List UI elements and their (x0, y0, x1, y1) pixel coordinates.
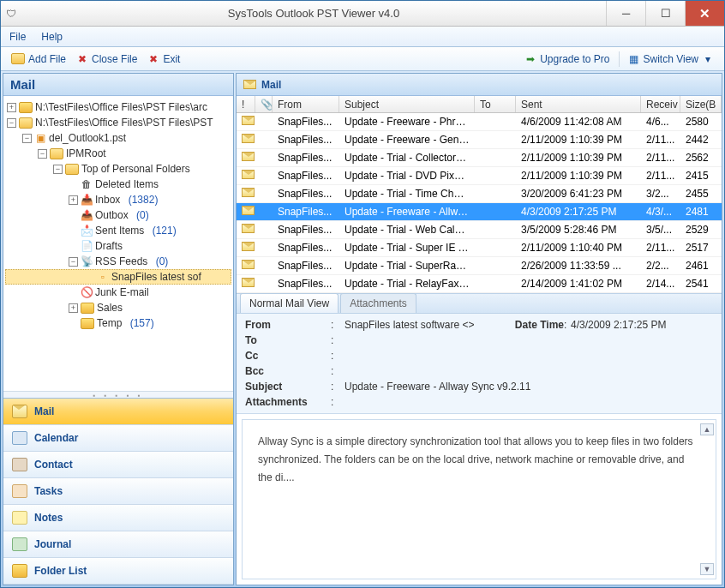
col-subject[interactable]: Subject (339, 96, 475, 112)
nav-contact[interactable]: Contact (3, 452, 233, 478)
scroll-up-icon[interactable]: ▲ (700, 423, 714, 435)
tree-item[interactable]: N:\TestFiles\Office Files\PST Files\PST (35, 117, 213, 129)
inbox-icon: 📥 (81, 194, 93, 206)
rss-item-icon: ▫ (97, 271, 109, 283)
content-header: Mail (237, 74, 722, 96)
tree-item[interactable]: Temp (97, 317, 122, 329)
tree-item[interactable]: IPMRoot (66, 147, 106, 159)
outbox-icon: 📤 (81, 209, 93, 221)
to-value (345, 334, 487, 346)
to-label: To (245, 334, 331, 346)
close-button[interactable]: ✕ (685, 1, 724, 26)
mail-row[interactable]: SnapFiles...Update - Trial - RelayFax Ne… (237, 275, 722, 293)
tree-item[interactable]: Sent Items (95, 225, 144, 237)
nav-tasks[interactable]: Tasks (3, 478, 233, 505)
mail-icon (242, 278, 255, 287)
col-attach[interactable]: 📎 (255, 96, 273, 112)
mail-row[interactable]: SnapFiles...Update - Trial - Web Calenda… (237, 221, 722, 239)
tree-item[interactable]: del_Outlook1.pst (49, 132, 126, 144)
sent-icon: 📩 (81, 225, 93, 237)
mail-icon (242, 224, 255, 233)
preview-tabs: Normal Mail View Attachments (237, 293, 722, 314)
tree-item[interactable]: N:\TestFiles\Office Files\PST Files\arc (35, 101, 207, 113)
folder-icon (12, 564, 27, 578)
collapse-icon[interactable]: − (22, 134, 32, 143)
exit-button[interactable]: ✖ Exit (142, 51, 185, 67)
col-size[interactable]: Size(B (680, 96, 722, 112)
tab-attachments[interactable]: Attachments (340, 293, 416, 313)
chevron-down-icon: ▾ (702, 53, 714, 65)
col-sent[interactable]: Sent (516, 96, 641, 112)
tree-item[interactable]: Deleted Items (95, 178, 159, 190)
expand-icon[interactable]: + (69, 195, 78, 205)
collapse-icon[interactable]: − (69, 257, 78, 267)
col-received[interactable]: Receiv (641, 96, 680, 112)
expand-icon[interactable]: + (69, 303, 78, 313)
collapse-icon[interactable]: − (7, 118, 16, 128)
folder-open-icon (50, 148, 63, 159)
junk-icon: 🚫 (81, 286, 93, 298)
tree-item[interactable]: Junk E-mail (95, 286, 149, 298)
preview-header: From:SnapFiles latest software <> Date T… (237, 314, 722, 414)
tree-item[interactable]: RSS Feeds (95, 255, 147, 267)
collapse-icon[interactable]: − (38, 149, 47, 159)
mail-row[interactable]: SnapFiles...Update - Freeware - PhraseEx… (237, 113, 722, 131)
tree-item[interactable]: Sales (97, 302, 123, 314)
bcc-label: Bcc (245, 365, 331, 377)
mail-row[interactable]: SnapFiles...Update - Trial - SuperRam v6… (237, 257, 722, 275)
nav-mail[interactable]: Mail (3, 399, 233, 425)
mail-row[interactable]: SnapFiles...Update - Trial - Super IE To… (237, 239, 722, 257)
upgrade-button[interactable]: ➡ Upgrade to Pro (519, 51, 614, 67)
mail-icon (243, 80, 256, 89)
close-file-button[interactable]: ✖ Close File (71, 51, 142, 67)
folder-tree[interactable]: +N:\TestFiles\Office Files\PST Files\arc… (3, 96, 233, 391)
scroll-down-icon[interactable]: ▼ (700, 563, 714, 575)
switch-view-button[interactable]: ▦ Switch View ▾ (623, 51, 719, 67)
tree-item-selected[interactable]: SnapFiles latest sof (111, 271, 201, 283)
deleted-icon: 🗑 (81, 178, 93, 190)
tree-item[interactable]: Top of Personal Folders (81, 163, 190, 175)
mail-row[interactable]: SnapFiles...Update - Trial - DVD PixPlay… (237, 167, 722, 185)
mail-row[interactable]: SnapFiles...Update - Freeware - Gentibus… (237, 131, 722, 149)
tree-item[interactable]: Outbox (95, 209, 129, 221)
attachments-value (345, 396, 487, 408)
contact-icon (12, 458, 27, 471)
nav-buttons: Mail Calendar Contact Tasks Notes Journa… (3, 398, 233, 585)
upgrade-icon: ➡ (524, 53, 536, 65)
tree-item[interactable]: Inbox (95, 194, 120, 206)
menu-file[interactable]: File (9, 31, 26, 43)
content-pane: Mail ! 📎 From Subject To Sent Receiv Siz… (236, 73, 722, 585)
folder-open-icon (65, 164, 79, 175)
preview-scrollbar[interactable]: ▲ ▼ (700, 423, 714, 575)
nav-journal[interactable]: Journal (3, 531, 233, 558)
folder-icon (81, 303, 94, 314)
splitter-gripper[interactable]: ▪ ▪ ▪ ▪ ▪ (3, 391, 233, 398)
mail-list[interactable]: SnapFiles...Update - Freeware - PhraseEx… (237, 113, 722, 293)
nav-pane-header: Mail (3, 74, 233, 96)
nav-calendar[interactable]: Calendar (3, 425, 233, 452)
nav-folderlist[interactable]: Folder List (3, 558, 233, 585)
expand-icon[interactable]: + (7, 103, 16, 112)
window-title: SysTools Outlook PST Viewer v4.0 (21, 7, 606, 20)
folder-open-icon (19, 117, 33, 129)
close-file-icon: ✖ (76, 53, 88, 65)
add-file-button[interactable]: Add File (6, 51, 71, 67)
exit-icon: ✖ (147, 53, 159, 65)
maximize-button[interactable]: ☐ (645, 1, 685, 26)
subject-value: Update - Freeware - Allway Sync v9.2.11 (345, 381, 713, 393)
menu-bar: File Help (1, 27, 724, 47)
minimize-button[interactable]: ─ (606, 1, 645, 26)
tab-normal-view[interactable]: Normal Mail View (240, 293, 339, 313)
mail-row[interactable]: SnapFiles...Update - Trial - Time Chaos … (237, 185, 722, 203)
nav-notes[interactable]: Notes (3, 505, 233, 531)
menu-help[interactable]: Help (41, 31, 63, 43)
tree-item[interactable]: Drafts (95, 240, 123, 252)
collapse-icon[interactable]: − (53, 165, 63, 174)
col-from[interactable]: From (273, 96, 339, 112)
mail-row[interactable]: SnapFiles...Update - Freeware - Allway S… (237, 203, 722, 221)
col-to[interactable]: To (475, 96, 516, 112)
pst-icon: ▣ (34, 132, 46, 144)
switch-view-icon: ▦ (628, 53, 640, 65)
mail-row[interactable]: SnapFiles...Update - Trial - Collectorz.… (237, 149, 722, 167)
col-flag[interactable]: ! (237, 96, 255, 112)
